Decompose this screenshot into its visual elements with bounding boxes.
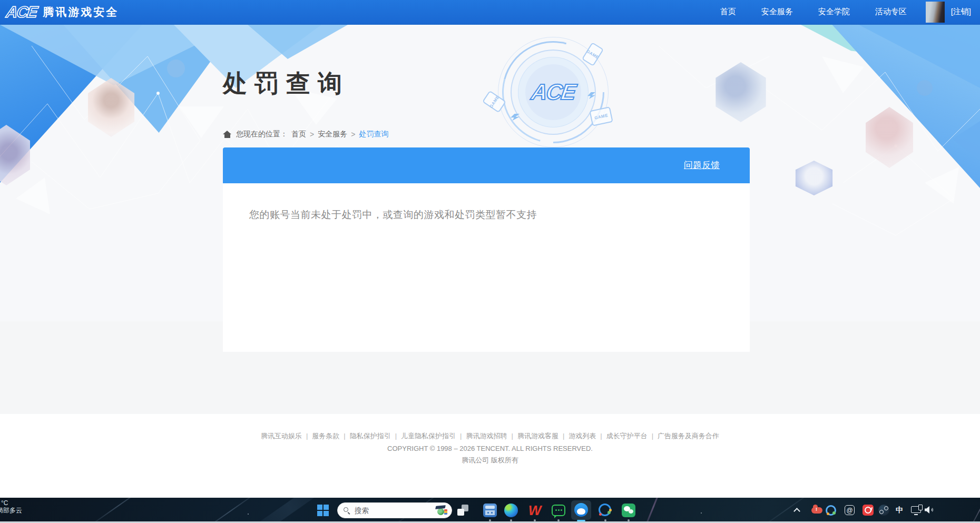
nav-item-activity-zone[interactable]: 活动专区 [875,7,907,17]
search-icon [344,507,350,514]
start-logo-pane [324,505,329,510]
steam-tray-icon[interactable] [878,505,889,516]
footer-link[interactable]: 隐私保护指引 [350,432,401,440]
wallpaper-star [701,512,702,514]
footer-link[interactable]: 成长守护平台 [606,432,658,440]
footer-link[interactable]: 腾讯游戏客服 [517,432,569,440]
wechat-app-icon[interactable] [622,504,635,517]
breadcrumb: 您现在的位置： 首页 > 安全服务 > 处罚查询 [223,130,388,139]
ace-logo: ACE [5,3,38,21]
footer-copyright: COPYRIGHT © 1998 – 2026 TENCENT. ALL RIG… [0,445,980,452]
home-icon [223,131,231,138]
breadcrumb-separator: > [351,130,355,139]
wallpaper-streak [86,498,151,523]
footer-link[interactable]: 广告服务及商务合作 [658,432,719,440]
nav-menu: 首页 安全服务 安全学院 活动专区 [注销] [695,0,971,24]
breadcrumb-separator: > [310,130,314,139]
breadcrumb-prefix: 您现在的位置： [236,130,288,139]
decor-blob [917,80,933,96]
search-input[interactable] [355,507,428,515]
highlighted-app-button[interactable] [571,500,591,520]
hidden-icons-chevron[interactable] [793,508,800,515]
result-message: 您的账号当前未处于处罚中，或查询的游戏和处罚类型暂不支持 [249,208,723,222]
decor-blob [167,60,185,77]
wallpaper-streak [197,498,262,523]
query-result-card: 问题反馈 您的账号当前未处于处罚中，或查询的游戏和处罚类型暂不支持 [223,147,750,352]
logout-link[interactable]: [注销] [951,7,971,17]
start-logo-pane [317,505,322,510]
card-body: 您的账号当前未处于处罚中，或查询的游戏和处罚类型暂不支持 [223,183,750,246]
brand-name: 腾讯游戏安全 [43,5,119,19]
taskbar-search[interactable] [337,502,452,518]
feedback-link[interactable]: 问题反馈 [684,159,720,171]
qq-browser-app-icon [574,503,588,517]
page-footer: 腾讯互动娱乐服务条款隐私保护指引儿童隐私保护指引腾讯游戏招聘腾讯游戏客服游戏列表… [0,414,980,498]
screen: ACE 腾讯游戏安全 首页 安全服务 安全学院 活动专区 [注销] [0,0,980,523]
footer-link[interactable]: 腾讯游戏招聘 [466,432,517,440]
avatar[interactable] [926,2,945,23]
edge-app-icon[interactable] [504,504,518,517]
cloud-sync-tray-icon[interactable] [811,507,822,514]
volume-tray-icon[interactable] [925,506,934,514]
breadcrumb-link-home[interactable]: 首页 [291,130,306,139]
ime-indicator[interactable]: 中 [896,506,903,515]
wallpaper-streak [755,498,820,523]
nav-item-security-services[interactable]: 安全服务 [761,7,793,17]
weather-temp: °C [0,499,22,507]
nav-item-security-academy[interactable]: 安全学院 [818,7,850,17]
footer-links: 腾讯互动娱乐服务条款隐私保护指引儿童隐私保护指引腾讯游戏招聘腾讯游戏客服游戏列表… [0,431,980,441]
brand[interactable]: ACE 腾讯游戏安全 [6,3,119,21]
weather-condition: 局部多云 [0,507,22,514]
calculator-app-icon[interactable] [483,504,497,517]
mail-tray-icon[interactable]: @ [845,505,855,515]
page-title: 处罚查询 [223,67,349,100]
task-view-button[interactable] [457,505,469,516]
widgets-weather-button[interactable]: °C 局部多云 [0,499,22,514]
music-tray-icon[interactable] [863,505,874,516]
card-banner: 问题反馈 [223,147,750,183]
wallpaper-streak [964,498,980,523]
footer-link[interactable]: 服务条款 [312,432,349,440]
ace-emblem: ACE GAME GAME GAME [498,37,609,147]
cast-tray-icon[interactable] [911,506,921,513]
wallpaper-streak [641,498,666,523]
windows-taskbar: °C 局部多云 W [0,498,980,523]
top-navbar: ACE 腾讯游戏安全 首页 安全服务 安全学院 活动专区 [注销] [0,0,980,25]
footer-link[interactable]: 儿童隐私保护指引 [401,432,466,440]
wallpaper-star [248,514,249,515]
search-highlight-icon[interactable] [436,505,447,516]
breadcrumb-link-security-services[interactable]: 安全服务 [318,130,347,139]
browser-tray-icon[interactable] [826,505,836,516]
footer-link[interactable]: 游戏列表 [569,432,606,440]
nav-item-home[interactable]: 首页 [720,7,736,17]
start-logo-pane [317,511,322,516]
breadcrumb-current: 处罚查询 [359,130,388,139]
footer-link[interactable]: 腾讯互动娱乐 [261,432,312,440]
messenger-app-icon[interactable] [552,505,565,516]
footer-company: 腾讯公司 版权所有 [0,456,980,465]
start-logo-pane [324,511,329,516]
wps-app-icon[interactable]: W [528,504,542,517]
start-button[interactable] [317,505,329,516]
qq-app-icon[interactable] [599,504,611,516]
